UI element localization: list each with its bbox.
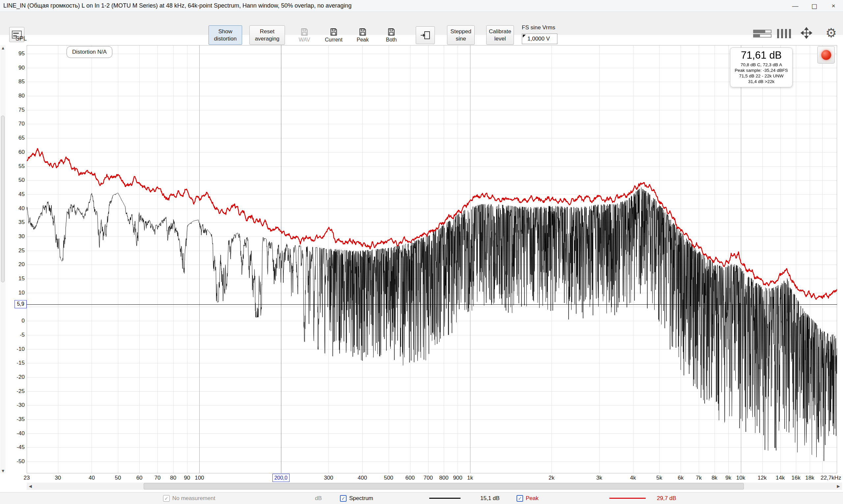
peak-line-swatch [609, 498, 646, 499]
x-axis-tick-label: 16k [791, 475, 800, 481]
peak-checkbox[interactable]: ✓ Peak [517, 492, 539, 504]
x-axis-tick-label: 7k [696, 475, 702, 481]
title-bar: LINE_IN (Общая громкость) L on In 1-2 (M… [0, 0, 843, 12]
show-distortion-button[interactable]: Show distortion [209, 25, 242, 45]
spectrum-checkbox[interactable]: ✓ Spectrum [340, 492, 373, 504]
cursor-level-label: 5,9 [15, 300, 27, 308]
scroll-up-icon[interactable]: ▲ [0, 45, 5, 50]
save-current-button[interactable]: Current [321, 25, 346, 45]
vertical-scrollbar-thumb[interactable] [1, 115, 5, 282]
readout-band-level: 71,5 dB 22 - 22k UNW [732, 73, 791, 79]
x-axis-tick-label: 22,7kHz [821, 475, 841, 481]
y-axis-title: SPL [16, 35, 27, 42]
spectrum-label: Spectrum [349, 495, 373, 502]
x-axis-tick-label: 300 [324, 475, 333, 481]
close-button[interactable]: × [824, 0, 843, 12]
floppy-disk-icon [300, 28, 309, 36]
status-bar: ✓ No measurement dB ✓ Spectrum 15,1 dB ✓… [0, 492, 843, 504]
record-button[interactable] [817, 46, 835, 64]
x-axis-tick-label: 50 [115, 475, 121, 481]
check-icon: ✓ [341, 496, 345, 501]
distortion-status: Distortion N/A [67, 46, 112, 58]
x-axis-tick-label: 9k [725, 475, 731, 481]
save-peak-button[interactable]: Peak [351, 25, 374, 45]
minimize-button[interactable]: — [786, 0, 805, 12]
spectrum-cursor-value: 15,1 dB [480, 492, 500, 504]
settings-button[interactable]: ⚙ [826, 26, 837, 40]
reset-averaging-button[interactable]: Reset averaging [249, 25, 285, 45]
vertical-axis-scrollbar[interactable]: ▲ ▼ [0, 45, 5, 473]
x-axis-tick-label: 12k [758, 475, 767, 481]
db-unit-label: dB [315, 492, 322, 504]
x-axis-tick-label: 8k [712, 475, 717, 481]
floppy-disk-icon [358, 28, 367, 36]
check-icon: ✓ [164, 496, 168, 501]
level-meters-icon [753, 29, 772, 38]
x-axis-tick-label: 1k [467, 475, 473, 481]
scroll-left-icon[interactable]: ◀ [27, 483, 34, 490]
fs-sine-vrms-input[interactable]: 1,0000 V [522, 34, 557, 44]
record-icon [821, 50, 831, 60]
fs-sine-vrms-label: FS sine Vrms [522, 24, 555, 31]
horizontal-scrollbar-thumb[interactable] [144, 483, 744, 489]
save-wav-label: WAV [299, 37, 310, 43]
save-wav-button[interactable]: WAV [293, 25, 316, 45]
x-axis-tick-label: 40 [89, 475, 95, 481]
x-axis-tick-label: 70 [155, 475, 161, 481]
spectrum-chart: SPL 959085807570656055504540353025201510… [0, 0, 843, 504]
x-axis-tick-label: 80 [170, 475, 176, 481]
x-axis-tick-label: 2k [549, 475, 554, 481]
x-axis-tick-label: 800 [439, 475, 448, 481]
save-peak-label: Peak [357, 37, 369, 43]
x-axis-tick-label: 500 [384, 475, 393, 481]
x-axis-tick-label: 4k [630, 475, 636, 481]
stepped-sine-button[interactable]: Stepped sine [447, 25, 475, 45]
pan-zoom-button[interactable] [801, 27, 812, 39]
floppy-disk-icon [329, 28, 338, 36]
maximize-button[interactable]: □ [805, 0, 824, 12]
x-axis-tick-label: 23 [24, 475, 30, 481]
window-controls: — □ × [786, 0, 843, 12]
peak-cursor-value: 29,7 dB [657, 492, 676, 504]
x-axis-labels: 2330405060708090100300400500600700800900… [0, 475, 843, 483]
readout-main-level: 71,61 dB [732, 49, 791, 61]
save-to-measurement-button[interactable] [416, 26, 435, 44]
x-axis-tick-label: 14k [776, 475, 785, 481]
x-axis-tick-label: 5k [656, 475, 662, 481]
readout-above-band-level: 31,4 dB >22k [732, 79, 791, 84]
x-axis-tick-label: 90 [184, 475, 190, 481]
spectrum-plot[interactable] [27, 45, 837, 473]
save-to-measurement-icon [420, 31, 431, 40]
horizontal-axis-scrollbar[interactable]: ◀ ▶ [27, 483, 842, 490]
scroll-down-icon[interactable]: ▼ [0, 468, 5, 473]
x-axis-tick-label: 3k [596, 475, 602, 481]
calibrate-level-button[interactable]: Calibrate level [486, 25, 514, 45]
readout-peak-sample: Peak sample: -35,24 dBFS [732, 68, 791, 73]
x-axis-tick-label: 400 [358, 475, 367, 481]
cursor-frequency-label: 200,0 [272, 474, 290, 482]
peak-label: Peak [526, 495, 539, 502]
no-measurement-checkbox[interactable]: ✓ No measurement [163, 492, 215, 504]
x-axis-tick-label: 30 [55, 475, 61, 481]
save-both-button[interactable]: Both [379, 25, 403, 45]
x-axis-tick-label: 18k [805, 475, 814, 481]
readout-weighted-levels: 70,8 dB C, 72,3 dB A [732, 62, 791, 68]
fs-sine-vrms-value: 1,0000 V [527, 36, 550, 42]
x-axis-tick-label: 6k [678, 475, 684, 481]
level-meters-button[interactable] [753, 29, 772, 38]
scroll-right-icon[interactable]: ▶ [835, 483, 842, 490]
pan-zoom-arrows-icon [801, 27, 812, 39]
x-axis-tick-label: 600 [405, 475, 414, 481]
save-current-label: Current [325, 37, 342, 43]
spectrum-bars-button[interactable] [776, 28, 792, 39]
check-icon: ✓ [518, 496, 522, 501]
window-title: LINE_IN (Общая громкость) L on In 1-2 (M… [3, 2, 352, 9]
x-axis-tick-label: 700 [423, 475, 432, 481]
floppy-disk-icon [387, 28, 396, 36]
value-flag-icon [523, 35, 526, 38]
x-axis-tick-label: 100 [195, 475, 204, 481]
toolbar: Show distortion Reset averaging WAV Curr… [0, 12, 843, 35]
spectrum-line-swatch [429, 498, 461, 499]
gear-icon: ⚙ [826, 26, 837, 40]
x-axis-tick-label: 900 [453, 475, 462, 481]
